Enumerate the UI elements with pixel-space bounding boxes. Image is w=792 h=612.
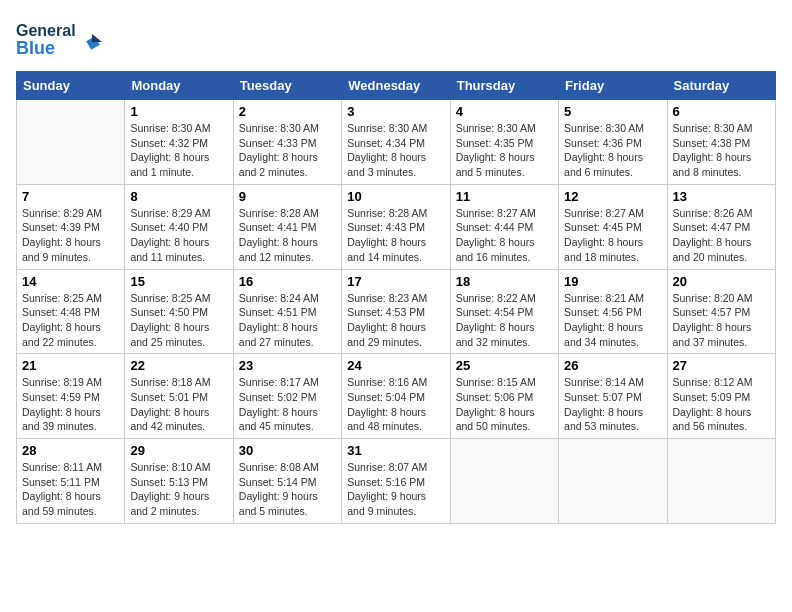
- day-number: 20: [673, 274, 770, 289]
- calendar-table: SundayMondayTuesdayWednesdayThursdayFrid…: [16, 71, 776, 524]
- day-info: Sunrise: 8:22 AM Sunset: 4:54 PM Dayligh…: [456, 291, 553, 350]
- calendar-cell: 18Sunrise: 8:22 AM Sunset: 4:54 PM Dayli…: [450, 269, 558, 354]
- calendar-cell: [450, 439, 558, 524]
- weekday-header-friday: Friday: [559, 72, 667, 100]
- day-number: 4: [456, 104, 553, 119]
- day-number: 3: [347, 104, 444, 119]
- day-info: Sunrise: 8:10 AM Sunset: 5:13 PM Dayligh…: [130, 460, 227, 519]
- calendar-cell: 15Sunrise: 8:25 AM Sunset: 4:50 PM Dayli…: [125, 269, 233, 354]
- calendar-cell: 3Sunrise: 8:30 AM Sunset: 4:34 PM Daylig…: [342, 100, 450, 185]
- day-info: Sunrise: 8:07 AM Sunset: 5:16 PM Dayligh…: [347, 460, 444, 519]
- day-number: 30: [239, 443, 336, 458]
- day-number: 8: [130, 189, 227, 204]
- day-number: 27: [673, 358, 770, 373]
- day-number: 25: [456, 358, 553, 373]
- calendar-cell: 20Sunrise: 8:20 AM Sunset: 4:57 PM Dayli…: [667, 269, 775, 354]
- calendar-cell: 11Sunrise: 8:27 AM Sunset: 4:44 PM Dayli…: [450, 184, 558, 269]
- day-number: 14: [22, 274, 119, 289]
- calendar-cell: 2Sunrise: 8:30 AM Sunset: 4:33 PM Daylig…: [233, 100, 341, 185]
- svg-text:Blue: Blue: [16, 38, 55, 58]
- calendar-cell: 4Sunrise: 8:30 AM Sunset: 4:35 PM Daylig…: [450, 100, 558, 185]
- day-info: Sunrise: 8:29 AM Sunset: 4:39 PM Dayligh…: [22, 206, 119, 265]
- day-info: Sunrise: 8:19 AM Sunset: 4:59 PM Dayligh…: [22, 375, 119, 434]
- day-number: 29: [130, 443, 227, 458]
- day-info: Sunrise: 8:11 AM Sunset: 5:11 PM Dayligh…: [22, 460, 119, 519]
- weekday-header-thursday: Thursday: [450, 72, 558, 100]
- calendar-week-row: 28Sunrise: 8:11 AM Sunset: 5:11 PM Dayli…: [17, 439, 776, 524]
- day-info: Sunrise: 8:23 AM Sunset: 4:53 PM Dayligh…: [347, 291, 444, 350]
- day-number: 12: [564, 189, 661, 204]
- day-info: Sunrise: 8:16 AM Sunset: 5:04 PM Dayligh…: [347, 375, 444, 434]
- calendar-cell: 13Sunrise: 8:26 AM Sunset: 4:47 PM Dayli…: [667, 184, 775, 269]
- day-number: 26: [564, 358, 661, 373]
- calendar-cell: 22Sunrise: 8:18 AM Sunset: 5:01 PM Dayli…: [125, 354, 233, 439]
- day-info: Sunrise: 8:29 AM Sunset: 4:40 PM Dayligh…: [130, 206, 227, 265]
- day-number: 23: [239, 358, 336, 373]
- calendar-cell: 1Sunrise: 8:30 AM Sunset: 4:32 PM Daylig…: [125, 100, 233, 185]
- day-info: Sunrise: 8:28 AM Sunset: 4:41 PM Dayligh…: [239, 206, 336, 265]
- calendar-cell: 5Sunrise: 8:30 AM Sunset: 4:36 PM Daylig…: [559, 100, 667, 185]
- day-info: Sunrise: 8:25 AM Sunset: 4:48 PM Dayligh…: [22, 291, 119, 350]
- day-number: 31: [347, 443, 444, 458]
- weekday-header-sunday: Sunday: [17, 72, 125, 100]
- day-info: Sunrise: 8:24 AM Sunset: 4:51 PM Dayligh…: [239, 291, 336, 350]
- day-info: Sunrise: 8:30 AM Sunset: 4:34 PM Dayligh…: [347, 121, 444, 180]
- day-number: 10: [347, 189, 444, 204]
- calendar-cell: 6Sunrise: 8:30 AM Sunset: 4:38 PM Daylig…: [667, 100, 775, 185]
- weekday-header-tuesday: Tuesday: [233, 72, 341, 100]
- day-info: Sunrise: 8:30 AM Sunset: 4:36 PM Dayligh…: [564, 121, 661, 180]
- day-info: Sunrise: 8:27 AM Sunset: 4:45 PM Dayligh…: [564, 206, 661, 265]
- day-info: Sunrise: 8:25 AM Sunset: 4:50 PM Dayligh…: [130, 291, 227, 350]
- page-header: General Blue: [16, 16, 776, 61]
- calendar-cell: 31Sunrise: 8:07 AM Sunset: 5:16 PM Dayli…: [342, 439, 450, 524]
- calendar-week-row: 21Sunrise: 8:19 AM Sunset: 4:59 PM Dayli…: [17, 354, 776, 439]
- day-info: Sunrise: 8:17 AM Sunset: 5:02 PM Dayligh…: [239, 375, 336, 434]
- calendar-cell: 30Sunrise: 8:08 AM Sunset: 5:14 PM Dayli…: [233, 439, 341, 524]
- day-info: Sunrise: 8:27 AM Sunset: 4:44 PM Dayligh…: [456, 206, 553, 265]
- calendar-cell: 7Sunrise: 8:29 AM Sunset: 4:39 PM Daylig…: [17, 184, 125, 269]
- day-number: 6: [673, 104, 770, 119]
- day-number: 5: [564, 104, 661, 119]
- calendar-cell: 23Sunrise: 8:17 AM Sunset: 5:02 PM Dayli…: [233, 354, 341, 439]
- day-number: 9: [239, 189, 336, 204]
- day-info: Sunrise: 8:30 AM Sunset: 4:38 PM Dayligh…: [673, 121, 770, 180]
- calendar-cell: [559, 439, 667, 524]
- day-info: Sunrise: 8:14 AM Sunset: 5:07 PM Dayligh…: [564, 375, 661, 434]
- calendar-cell: 12Sunrise: 8:27 AM Sunset: 4:45 PM Dayli…: [559, 184, 667, 269]
- calendar-cell: 28Sunrise: 8:11 AM Sunset: 5:11 PM Dayli…: [17, 439, 125, 524]
- calendar-cell: 27Sunrise: 8:12 AM Sunset: 5:09 PM Dayli…: [667, 354, 775, 439]
- day-info: Sunrise: 8:18 AM Sunset: 5:01 PM Dayligh…: [130, 375, 227, 434]
- calendar-cell: [17, 100, 125, 185]
- logo: General Blue: [16, 16, 106, 61]
- weekday-header-monday: Monday: [125, 72, 233, 100]
- day-number: 2: [239, 104, 336, 119]
- day-info: Sunrise: 8:30 AM Sunset: 4:32 PM Dayligh…: [130, 121, 227, 180]
- calendar-cell: 16Sunrise: 8:24 AM Sunset: 4:51 PM Dayli…: [233, 269, 341, 354]
- calendar-cell: 19Sunrise: 8:21 AM Sunset: 4:56 PM Dayli…: [559, 269, 667, 354]
- calendar-cell: [667, 439, 775, 524]
- calendar-cell: 26Sunrise: 8:14 AM Sunset: 5:07 PM Dayli…: [559, 354, 667, 439]
- day-number: 28: [22, 443, 119, 458]
- svg-marker-3: [92, 34, 102, 42]
- day-number: 16: [239, 274, 336, 289]
- day-number: 7: [22, 189, 119, 204]
- day-info: Sunrise: 8:15 AM Sunset: 5:06 PM Dayligh…: [456, 375, 553, 434]
- calendar-cell: 14Sunrise: 8:25 AM Sunset: 4:48 PM Dayli…: [17, 269, 125, 354]
- day-number: 19: [564, 274, 661, 289]
- calendar-week-row: 14Sunrise: 8:25 AM Sunset: 4:48 PM Dayli…: [17, 269, 776, 354]
- weekday-header-saturday: Saturday: [667, 72, 775, 100]
- day-number: 1: [130, 104, 227, 119]
- day-number: 11: [456, 189, 553, 204]
- day-info: Sunrise: 8:30 AM Sunset: 4:35 PM Dayligh…: [456, 121, 553, 180]
- calendar-cell: 24Sunrise: 8:16 AM Sunset: 5:04 PM Dayli…: [342, 354, 450, 439]
- day-info: Sunrise: 8:08 AM Sunset: 5:14 PM Dayligh…: [239, 460, 336, 519]
- calendar-cell: 25Sunrise: 8:15 AM Sunset: 5:06 PM Dayli…: [450, 354, 558, 439]
- svg-text:General: General: [16, 22, 76, 39]
- calendar-cell: 10Sunrise: 8:28 AM Sunset: 4:43 PM Dayli…: [342, 184, 450, 269]
- calendar-cell: 17Sunrise: 8:23 AM Sunset: 4:53 PM Dayli…: [342, 269, 450, 354]
- day-info: Sunrise: 8:12 AM Sunset: 5:09 PM Dayligh…: [673, 375, 770, 434]
- day-number: 22: [130, 358, 227, 373]
- weekday-header-row: SundayMondayTuesdayWednesdayThursdayFrid…: [17, 72, 776, 100]
- calendar-week-row: 1Sunrise: 8:30 AM Sunset: 4:32 PM Daylig…: [17, 100, 776, 185]
- calendar-cell: 8Sunrise: 8:29 AM Sunset: 4:40 PM Daylig…: [125, 184, 233, 269]
